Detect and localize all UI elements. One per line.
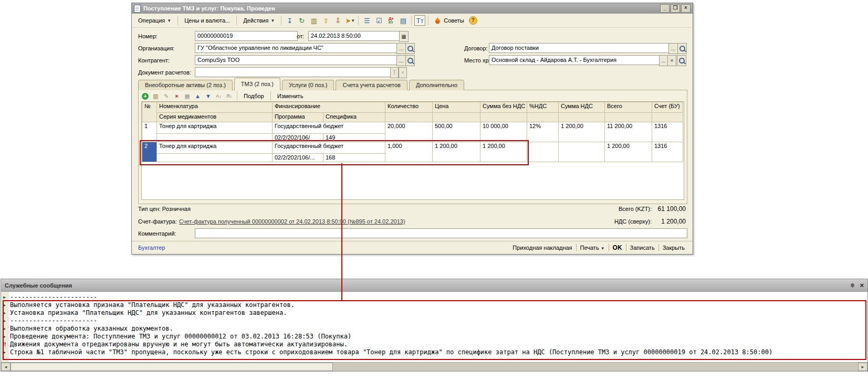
col-header-vat-percent[interactable]: %НДС: [527, 102, 559, 113]
quantity-cell[interactable]: 20,000: [385, 122, 433, 142]
warehouse-clear-button[interactable]: ×: [667, 55, 676, 66]
col-header-sum-wo-vat[interactable]: Сумма без НДС: [480, 102, 527, 113]
tab-settlement-accounts[interactable]: Счета учета расчетов: [336, 80, 407, 90]
minimize-button[interactable]: _: [660, 4, 670, 13]
table-row[interactable]: 1 Тонер для картриджа Государственный бю…: [142, 122, 683, 134]
organization-open-button[interactable]: [405, 43, 415, 54]
counterparty-select-button[interactable]: ...: [396, 55, 406, 66]
vat-percent-cell[interactable]: 12%: [527, 122, 559, 142]
go-to-icon[interactable]: ➤▼: [344, 15, 355, 26]
vat-sum-cell[interactable]: [559, 142, 605, 162]
price-cell[interactable]: 500,00: [433, 122, 480, 142]
set-flags-icon[interactable]: ☑: [373, 15, 384, 26]
messages-close-icon[interactable]: ×: [860, 282, 864, 289]
horizontal-scrollbar[interactable]: ◄ ►: [1, 362, 867, 371]
tab-services[interactable]: Услуги (0 поз.): [282, 80, 334, 90]
move-up-icon[interactable]: ▲: [193, 92, 202, 100]
calendar-button[interactable]: ▦: [399, 31, 409, 42]
message-line[interactable]: ▶Проведение документа: Поступление ТМЗ и…: [1, 333, 867, 341]
number-field[interactable]: 00000000019: [195, 31, 298, 41]
financing-cell[interactable]: Государственный бюджет: [273, 122, 385, 134]
counterparty-open-button[interactable]: [405, 55, 415, 66]
counterparty-field[interactable]: CompuSys ТОО: [195, 55, 401, 65]
col-header-series[interactable]: Серия медикаментов: [157, 113, 273, 122]
scrollbar-thumb[interactable]: [11, 363, 333, 371]
total-cell[interactable]: 1 200,00: [605, 142, 652, 162]
operation-menu-button[interactable]: Операция▼: [134, 15, 175, 26]
message-line[interactable]: ▶-----------------------: [1, 317, 867, 325]
account-cell[interactable]: 1316: [652, 142, 683, 162]
nomenclature-cell[interactable]: Тонер для картриджа: [157, 142, 273, 154]
invoice-link[interactable]: Счет-фактура полученный 00000000002 от 2…: [179, 218, 405, 225]
contract-field[interactable]: Договор поставки: [489, 43, 673, 53]
contract-select-button[interactable]: ...: [668, 43, 678, 54]
move-down-icon[interactable]: ▼: [204, 92, 213, 100]
col-header-vat-sum[interactable]: Сумма НДС: [559, 102, 605, 113]
pick-button[interactable]: Подбор: [240, 92, 267, 100]
goods-receipt-note-button[interactable]: Приходная накладная: [509, 243, 576, 252]
col-header-total[interactable]: Всего: [605, 102, 652, 113]
print-button[interactable]: Печать ▼: [577, 243, 609, 252]
series-cell[interactable]: [157, 134, 273, 142]
vat-percent-cell[interactable]: [527, 142, 559, 162]
reread-icon[interactable]: ↻: [296, 15, 307, 26]
message-line[interactable]: ‼Движения документа отредактированы вруч…: [1, 341, 867, 348]
sort-asc-icon[interactable]: А↓: [214, 92, 223, 100]
table-row[interactable]: 2 Тонер для картриджа Государственный бю…: [142, 142, 683, 154]
message-line[interactable]: ▶Выполняется установка признака "Платель…: [1, 301, 867, 309]
settlement-doc-field[interactable]: [195, 67, 394, 77]
organization-select-button[interactable]: ...: [396, 43, 406, 54]
col-header-price[interactable]: Цена: [433, 102, 480, 113]
delete-row-icon[interactable]: ×: [172, 92, 181, 100]
cancel-posting-icon[interactable]: ⇩: [332, 15, 343, 26]
tab-tmz[interactable]: ТМЗ (2 поз.): [234, 78, 280, 90]
settlement-type-button[interactable]: Т: [390, 67, 399, 78]
save-button[interactable]: Записать: [626, 243, 658, 252]
message-line[interactable]: ▶Строка №1 табличной части "ТМЗ" пропуще…: [1, 348, 867, 356]
nomenclature-cell[interactable]: Тонер для картриджа: [157, 122, 273, 134]
col-header-account[interactable]: Счет (БУ): [652, 102, 683, 113]
results-icon[interactable]: ▤: [398, 15, 409, 26]
program-cell[interactable]: 02/2/202/106/...: [273, 154, 323, 162]
document-structure-icon[interactable]: ☰: [361, 15, 372, 26]
pin-icon[interactable]: [850, 283, 855, 288]
post-icon[interactable]: ⇧: [320, 15, 331, 26]
dt-kt-icon[interactable]: ДтКт: [385, 15, 396, 26]
series-cell[interactable]: [157, 154, 273, 162]
row-number-cell[interactable]: 1: [142, 122, 157, 142]
organization-field[interactable]: ГУ "Областное управление по ликвидации Ч…: [195, 43, 401, 53]
sum-wo-vat-cell[interactable]: 10 000,00: [480, 122, 527, 142]
close-window-button[interactable]: Закрыть: [659, 243, 688, 252]
change-button[interactable]: Изменить: [274, 92, 307, 100]
settlement-clear-button[interactable]: ×: [399, 67, 407, 78]
responsible-link[interactable]: Бухгалтер: [138, 245, 165, 251]
col-header-specifics[interactable]: Специфика: [323, 113, 385, 122]
window-titlebar[interactable]: Поступление ТМЗ и услуг: Покупка. Провед…: [132, 3, 693, 14]
quantity-cell[interactable]: 1,000: [385, 142, 433, 162]
vat-sum-cell[interactable]: 1 200,00: [559, 122, 605, 142]
grid-icon[interactable]: ▦: [183, 92, 192, 100]
col-header-program[interactable]: Программа: [273, 113, 323, 122]
edit-row-icon[interactable]: ✎: [162, 92, 171, 100]
message-line[interactable]: ▶Выполняется обработка указанных докумен…: [1, 325, 867, 333]
warehouse-field[interactable]: Основной склад - Айдарова А.Т. - Бухгалт…: [489, 55, 663, 65]
col-header-num[interactable]: №: [142, 102, 157, 122]
copy-icon[interactable]: ▥: [308, 15, 319, 26]
tab-noncurrent-assets[interactable]: Внеоборотные активы (2 поз.): [138, 80, 233, 90]
ok-button[interactable]: OK: [609, 243, 626, 252]
price-cell[interactable]: 1 200,00: [433, 142, 480, 162]
sum-wo-vat-cell[interactable]: 1 200,00: [480, 142, 527, 162]
col-header-quantity[interactable]: Количество: [385, 102, 433, 113]
message-line[interactable]: ▶-----------------------: [1, 293, 867, 301]
row-number-cell[interactable]: 2: [142, 142, 157, 162]
comment-field[interactable]: [195, 228, 687, 238]
message-line[interactable]: ▶Установка признака "Плательщик НДС" для…: [1, 309, 867, 317]
date-field[interactable]: 24.02.2013 8:50:00: [308, 31, 403, 41]
sort-desc-icon[interactable]: Я↓: [225, 92, 234, 100]
header-fields-toggle-icon[interactable]: Тт: [414, 15, 425, 26]
scroll-left-icon[interactable]: ◄: [1, 363, 11, 371]
maximize-button[interactable]: ❐: [671, 4, 680, 13]
col-header-nomenclature[interactable]: Номенклатура: [157, 102, 273, 113]
close-button[interactable]: ×: [681, 4, 691, 13]
post-and-close-icon[interactable]: ↧: [284, 15, 295, 26]
